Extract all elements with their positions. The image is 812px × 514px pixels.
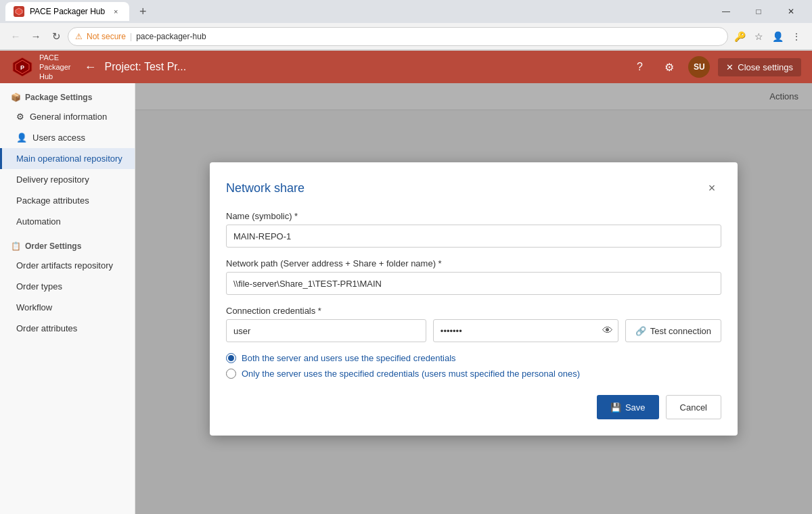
- back-to-projects-button[interactable]: ←: [84, 60, 96, 74]
- close-settings-button[interactable]: ✕ Close settings: [718, 58, 801, 76]
- sidebar-item-order-attributes[interactable]: Order attributes: [0, 318, 135, 339]
- sidebar-item-users-access[interactable]: 👤 Users access: [0, 127, 135, 148]
- sidebar-item-delivery-repository[interactable]: Delivery repository: [0, 169, 135, 190]
- modal-header: Network share ×: [226, 179, 721, 197]
- profile-icon[interactable]: 👤: [769, 28, 786, 45]
- sidebar-item-automation[interactable]: Automation: [0, 211, 135, 232]
- svg-marker-0: [16, 8, 22, 15]
- tab-favicon: [14, 6, 24, 17]
- sidebar-item-workflow[interactable]: Workflow: [0, 297, 135, 318]
- name-label: Name (symbolic) *: [226, 211, 721, 221]
- save-icon: 💾: [610, 402, 621, 413]
- radio-option-1-input[interactable]: [226, 353, 236, 363]
- show-password-icon[interactable]: 👁: [602, 325, 613, 337]
- svg-text:P: P: [20, 64, 24, 71]
- order-settings-header: 📋 Order Settings: [0, 232, 135, 255]
- name-field-group: Name (symbolic) *: [226, 211, 721, 248]
- network-path-input[interactable]: [226, 272, 721, 295]
- name-input[interactable]: [226, 225, 721, 248]
- password-input[interactable]: [433, 319, 618, 342]
- header-actions: ? ⚙ SU ✕ Close settings: [629, 56, 801, 78]
- main-content: Actions Network share × Name (symbolic) …: [135, 83, 812, 514]
- bookmark-icon[interactable]: ☆: [750, 28, 767, 45]
- close-window-button[interactable]: ✕: [775, 0, 807, 23]
- credentials-row: 👁 🔗 Test connection: [226, 319, 721, 342]
- back-button[interactable]: ←: [7, 28, 24, 45]
- browser-actions: 🔑 ☆ 👤 ⋮: [731, 28, 805, 45]
- settings-button[interactable]: ⚙: [658, 56, 680, 78]
- modal-close-button[interactable]: ×: [702, 179, 721, 197]
- general-information-icon: ⚙: [16, 112, 24, 122]
- radio-option-2-input[interactable]: [226, 369, 236, 379]
- app-header: P PACE Packager Hub ← Project: Test Pr..…: [0, 51, 812, 83]
- sidebar-item-main-operational-repository[interactable]: Main operational repository: [0, 148, 135, 169]
- app-logo: P PACE Packager Hub: [11, 53, 70, 82]
- network-path-field-group: Network path (Server address + Share + f…: [226, 258, 721, 295]
- modal-footer: 💾 Save Cancel: [226, 395, 721, 419]
- minimize-button[interactable]: —: [710, 0, 742, 23]
- credentials-label: Connection credentials *: [226, 306, 721, 316]
- sidebar-item-general-information[interactable]: ⚙ General information: [0, 106, 135, 127]
- package-settings-icon: 📦: [11, 93, 21, 102]
- project-title: Project: Test Pr...: [104, 61, 186, 73]
- address-bar[interactable]: ⚠ Not secure | pace-packager-hub: [68, 27, 728, 46]
- refresh-button[interactable]: ↻: [47, 28, 65, 45]
- order-settings-icon: 📋: [11, 241, 21, 251]
- username-input[interactable]: [226, 319, 426, 342]
- test-connection-button[interactable]: 🔗 Test connection: [625, 319, 721, 342]
- key-icon[interactable]: 🔑: [731, 28, 748, 45]
- close-settings-icon: ✕: [726, 62, 734, 72]
- help-button[interactable]: ?: [629, 56, 650, 78]
- close-settings-label: Close settings: [738, 62, 793, 72]
- network-share-modal: Network share × Name (symbolic) * Networ…: [210, 162, 738, 436]
- sidebar-item-order-types[interactable]: Order types: [0, 276, 135, 297]
- tab-close-button[interactable]: ×: [110, 6, 121, 17]
- menu-icon[interactable]: ⋮: [788, 28, 805, 45]
- logo-text: PACE Packager Hub: [39, 53, 70, 82]
- users-access-icon: 👤: [16, 133, 27, 143]
- tab-title: PACE Packager Hub: [30, 7, 105, 16]
- password-wrapper: 👁: [433, 319, 618, 342]
- save-button[interactable]: 💾 Save: [597, 395, 659, 419]
- modal-title: Network share: [226, 181, 304, 195]
- forward-button[interactable]: →: [27, 28, 45, 45]
- not-secure-label: Not secure: [87, 32, 126, 41]
- url-display: pace-packager-hub: [136, 32, 206, 41]
- sidebar-item-package-attributes[interactable]: Package attributes: [0, 190, 135, 211]
- sidebar-item-order-artifacts-repository[interactable]: Order artifacts repository: [0, 255, 135, 276]
- cancel-button[interactable]: Cancel: [666, 395, 721, 419]
- browser-tab[interactable]: PACE Packager Hub ×: [5, 2, 129, 21]
- package-settings-header: 📦 Package Settings: [0, 83, 135, 106]
- radio-group: Both the server and users use the specif…: [226, 353, 721, 379]
- user-avatar[interactable]: SU: [688, 56, 710, 78]
- modal-overlay: Network share × Name (symbolic) * Networ…: [135, 83, 812, 514]
- window-controls: — □ ✕: [710, 0, 807, 23]
- not-secure-icon: ⚠: [75, 32, 83, 41]
- network-path-label: Network path (Server address + Share + f…: [226, 258, 721, 268]
- radio-option-1[interactable]: Both the server and users use the specif…: [226, 353, 721, 363]
- credentials-field-group: Connection credentials * 👁 🔗 Test connec…: [226, 306, 721, 342]
- radio-option-2[interactable]: Only the server uses the specified crede…: [226, 369, 721, 379]
- new-tab-button[interactable]: +: [133, 2, 152, 21]
- test-connection-icon: 🔗: [635, 326, 646, 336]
- sidebar: 📦 Package Settings ⚙ General information…: [0, 83, 135, 514]
- maximize-button[interactable]: □: [743, 0, 774, 23]
